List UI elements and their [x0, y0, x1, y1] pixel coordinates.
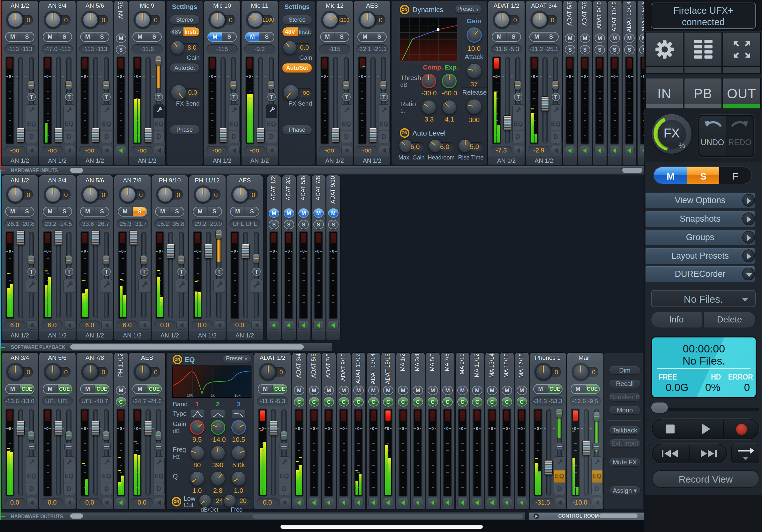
svg-text:10k: 10k — [234, 393, 241, 398]
svg-text:100: 100 — [187, 393, 193, 398]
svg-text:1k: 1k — [211, 393, 215, 398]
